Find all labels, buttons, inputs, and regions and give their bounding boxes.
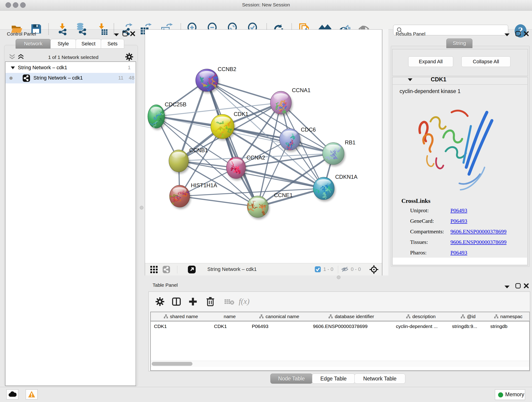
crosshair-icon[interactable] [369,265,379,274]
network-view-toolbar: String Network – cdk1 1 - 0 0 - 0 [145,263,382,275]
detach-view-icon[interactable] [188,265,196,274]
network-canvas[interactable]: CCNB2CCNA1CDC25BCDK1CDC6RB1CCNB1CCNA2CDK… [145,29,382,263]
table-cell[interactable]: P06493 [252,324,309,329]
table-cell[interactable]: stringdb:9... [452,324,486,329]
network-node-CCNB2[interactable] [196,69,219,93]
close-panel-icon[interactable] [523,283,529,289]
h-scrollbar-thumb[interactable] [152,362,192,366]
crosslink-label: Compartments: [410,229,444,235]
expand-all-icon[interactable] [17,54,24,60]
tree-column-icon [259,314,264,319]
memory-button[interactable]: Memory [495,389,525,400]
import-network-icon [56,22,69,35]
close-panel-icon[interactable] [523,31,529,37]
expand-all-button[interactable]: Expand All [408,56,453,67]
selected-checkbox-icon[interactable] [315,266,321,273]
column-header-canonical-name[interactable]: canonical name [249,312,310,321]
network-collection-row[interactable]: String Network – cdk1 1 [6,63,135,73]
show-columns-icon[interactable] [172,297,181,306]
import-network-button[interactable] [56,22,69,35]
status-bar: Memory [0,387,532,402]
cloud-button[interactable] [6,389,18,400]
column-header-name[interactable]: name [211,312,249,321]
network-node-RB1[interactable] [323,143,345,166]
tab-network[interactable]: Network [16,39,51,49]
string-network-icon [22,74,30,82]
section-collapse-icon[interactable] [407,78,413,82]
network-node-CDK1[interactable] [211,114,235,140]
float-panel-icon[interactable] [515,283,521,289]
hidden-eye-icon[interactable] [341,266,348,273]
crosslink-link[interactable]: P06493 [450,207,467,214]
results-footer [393,258,527,264]
network-node-label: HIST1H1A [191,182,217,188]
network-view-mode-icon[interactable] [162,266,170,274]
table-cell[interactable]: stringdb [490,324,528,329]
column-header-shared-name[interactable]: shared name [151,312,211,321]
table-cell[interactable]: CDK1 [154,324,210,329]
table-gear-icon[interactable] [155,297,165,306]
network-node-HIST1H1A[interactable] [169,185,192,209]
network-edge[interactable] [180,196,258,207]
hidden-counter: 0 - 0 [351,266,361,272]
add-column-icon[interactable] [188,297,197,306]
collapse-all-button[interactable]: Collapse All [462,56,510,67]
network-collection-count: 1 [128,65,131,70]
column-header-@id[interactable]: @id [449,312,487,321]
bottom-splitter-handle[interactable] [337,275,341,279]
tab-select[interactable]: Select [76,39,101,49]
tab-string[interactable]: String [446,38,472,48]
h-scrollbar-track[interactable] [151,361,529,367]
tree-column-icon [461,314,465,319]
network-node-CCNE1[interactable] [246,196,269,219]
crosslink-label: Pharos: [410,249,427,256]
delete-column-icon[interactable] [206,297,215,306]
tab-network-table[interactable]: Network Table [355,374,405,384]
crosslink-link[interactable]: 9606.ENSP00000378699 [450,229,507,235]
table-row[interactable]: CDK1CDK1P064939606.ENSP00000378699cyclin… [151,321,529,331]
tab-edge-table[interactable]: Edge Table [312,374,355,384]
network-node-CCNA2[interactable] [226,157,247,180]
network-row[interactable]: String Network – cdk1 11 48 [6,73,135,83]
tab-sets[interactable]: Sets [101,39,124,49]
crosslink-link[interactable]: P06493 [450,249,467,256]
tree-column-icon [494,314,499,319]
tab-style[interactable]: Style [51,39,76,49]
column-header-database-identifier[interactable]: database identifier [310,312,393,321]
import-table-button[interactable] [95,22,108,35]
network-node-label: CDC6 [301,127,316,133]
tab-node-table[interactable]: Node Table [270,374,312,384]
table-cell[interactable]: 9606.ENSP00000378699 [313,324,392,329]
float-panel-icon[interactable] [122,31,128,37]
network-node-CDC25B[interactable] [147,105,166,131]
function-builder-icon: f(x) [239,297,249,306]
warnings-button[interactable] [26,389,38,400]
network-row-label: String Network – cdk1 [33,75,83,81]
main-toolbar: ? [0,11,532,30]
crosslink-link[interactable]: P06493 [450,218,467,224]
tree-column-icon [328,314,333,319]
collapse-panel-icon[interactable] [504,33,510,36]
tree-column-icon [164,314,168,319]
import-table-icon [95,22,108,35]
column-header-description[interactable]: description [393,312,449,321]
collapse-all-icon[interactable] [9,54,16,60]
results-splitter[interactable] [382,29,388,275]
left-splitter-handle[interactable] [140,206,143,210]
table-cell[interactable]: CDK1 [214,324,248,329]
gear-icon[interactable] [125,53,133,61]
collapse-panel-icon[interactable] [504,285,510,288]
import-network-database-button[interactable] [75,22,88,35]
crosslink-link[interactable]: 9606.ENSP00000378699 [450,239,507,245]
float-panel-icon[interactable] [515,31,521,37]
column-header-label: namespac [500,314,523,319]
tree-expand-icon[interactable] [11,66,15,70]
column-header-namespac[interactable]: namespac [487,312,530,321]
window-title: Session: New Session [0,2,532,7]
collapse-panel-icon[interactable] [114,33,119,36]
network-node-label: RB1 [345,139,355,146]
network-node-label: CCNB1 [189,147,208,153]
close-panel-icon[interactable] [130,31,136,37]
grid-view-icon[interactable] [150,266,158,274]
table-cell[interactable]: cyclin-dependent ... [396,324,448,329]
